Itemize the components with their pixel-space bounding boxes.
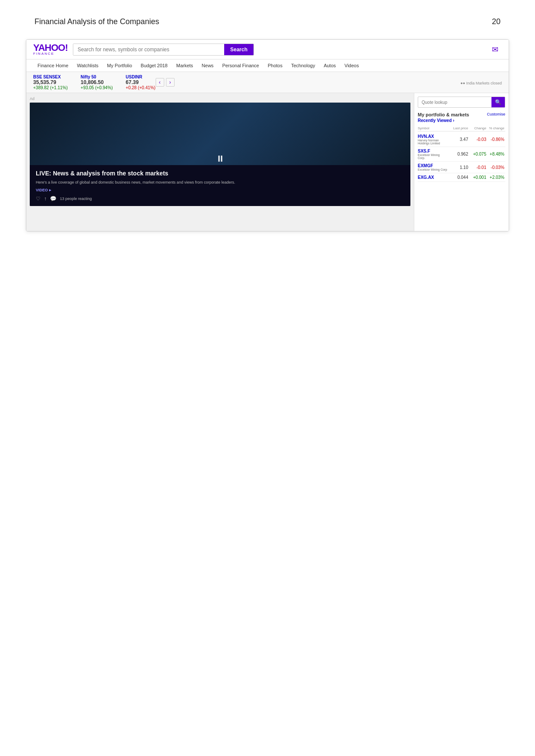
logo-sub: FINANCE [33,52,54,56]
stock-row-sxsf: SXS.F Excelsior Mining Corp. 0.962 +0.07… [418,147,505,162]
col-symbol: Symbol [418,126,448,130]
stock-price-exgax: 0.044 [449,175,468,180]
stock-symbol-cell-sxsf: SXS.F Excelsior Mining Corp. [418,149,448,159]
col-change: Change [469,126,486,130]
ticker-nifty50: Nifty 50 10,806.50 +93.05 (+0.94%) [81,75,113,90]
comment-icon[interactable]: 💬 [50,196,56,202]
nav-technology[interactable]: Technology [287,59,319,72]
stock-row-exmgf: EXMGF Excelsior Mining Corp 1.10 -0.01 -… [418,162,505,173]
col-last-price: Last price [449,126,468,130]
like-icon[interactable]: ♡ [36,196,41,202]
stock-symbol-hvnax[interactable]: HVN.AX [418,134,448,139]
ad-label: Ad [30,97,410,101]
yf-logo: YAHOO! FINANCE [33,43,68,56]
news-title: LIVE: News & analysis from the stock mar… [36,169,404,177]
quote-search-button[interactable]: 🔍 [491,97,505,107]
nav-markets[interactable]: Markets [172,59,197,72]
news-description: Here's a live coverage of global and dom… [36,180,404,185]
ticker-name-usd[interactable]: USDINR [126,75,156,79]
nav-news[interactable]: News [197,59,218,72]
nav-autos[interactable]: Autos [319,59,340,72]
ticker-prev-arrow[interactable]: ‹ [156,78,164,87]
share-icon[interactable]: ↑ [44,196,47,202]
ticker-change-nifty: +93.05 (+0.94%) [81,85,113,90]
india-markets-status: ●● India Markets closed [460,81,502,85]
logo-text: YAHOO! [33,43,68,53]
reactions-count: 13 people reacting [60,197,92,201]
stock-company-sxsf: Excelsior Mining Corp. [418,153,448,159]
nav-videos[interactable]: Videos [340,59,363,72]
play-bar-2 [221,156,222,162]
page-title: Financial Analysis of the Companies [34,17,159,26]
nav-my-portfolio[interactable]: My Portfolio [103,59,136,72]
stock-row-exgax: EXG.AX 0.044 +0.001 +2.03% [418,173,505,182]
ticker-nav: ‹ › [156,78,175,87]
stock-symbol-cell-hvnax: HVN.AX Harvey Norman Holdings Limited [418,134,448,145]
nav-finance-home[interactable]: Finance Home [33,59,73,72]
ticker-usdinr: USDINR 67.39 +0.28 (+0.41%) [126,75,156,90]
stock-symbol-sxsf[interactable]: SXS.F [418,149,448,153]
search-button[interactable]: Search [224,44,253,55]
browser-container: YAHOO! FINANCE Search ✉ Finance Home Wat… [26,39,509,231]
stock-row-hvnax: HVN.AX Harvey Norman Holdings Limited 3.… [418,132,505,147]
search-bar: Search [73,44,254,56]
stock-pct-sxsf: +8.48% [487,152,504,156]
stock-symbol-exmgf[interactable]: EXMGF [418,163,448,168]
ticker-value-usd: 67.39 [126,79,156,85]
ticker-section: BSE SENSEX 35,535.79 +389.82 (+1.11%) Ni… [33,75,156,90]
stock-price-sxsf: 0.962 [449,152,468,156]
ticker-change-bse: +389.82 (+1.11%) [33,85,68,90]
col-pct-change: % change [487,126,504,130]
stock-symbol-cell-exgax: EXG.AX [418,175,448,180]
nav-budget[interactable]: Budget 2018 [136,59,172,72]
stock-pct-exmgf: -0.03% [487,165,504,170]
news-actions: ♡ ↑ 💬 13 people reacting [36,196,404,202]
news-overlay: LIVE: News & analysis from the stock mar… [30,165,410,206]
video-play-bars [218,156,222,162]
play-bar-1 [218,156,219,162]
ticker-bar: BSE SENSEX 35,535.79 +389.82 (+1.11%) Ni… [26,72,509,93]
customise-link[interactable]: Customise [487,112,505,116]
page-number: 20 [492,17,501,26]
right-panel: 🔍 Customise My portfolio & markets Recen… [414,93,509,231]
stock-change-sxsf: +0.075 [469,152,486,156]
ticker-next-arrow[interactable]: › [166,78,175,87]
main-content: Ad LIVE: News & analysis from the stock … [26,93,509,231]
ticker-name-nifty[interactable]: Nifty 50 [81,75,113,79]
ticker-value-bse: 35,535.79 [33,79,68,85]
yf-header: YAHOO! FINANCE Search ✉ [26,40,509,59]
ticker-bse-sensex: BSE SENSEX 35,535.79 +389.82 (+1.11%) [33,75,68,90]
portfolio-header: Customise My portfolio & markets [418,112,505,118]
video-block[interactable]: LIVE: News & analysis from the stock mar… [30,103,410,206]
stock-table-header: Symbol Last price Change % change [418,125,505,131]
quote-lookup: 🔍 [418,97,505,108]
search-input[interactable] [73,44,224,55]
nav-photos[interactable]: Photos [263,59,287,72]
stock-pct-exgax: +2.03% [487,175,504,180]
nav-personal-finance[interactable]: Personal Finance [218,59,263,72]
stock-company-hvnax: Harvey Norman Holdings Limited [418,139,448,145]
stock-change-exgax: +0.001 [469,175,486,180]
recently-viewed-link[interactable]: Recently Viewed › [418,118,505,123]
stock-change-hvnax: -0.03 [469,137,486,142]
ticker-change-usd: +0.28 (+0.41%) [126,85,156,90]
stock-price-hvnax: 3.47 [449,137,468,142]
stock-symbol-exgax[interactable]: EXG.AX [418,175,448,180]
ticker-value-nifty: 10,806.50 [81,79,113,85]
stock-change-exmgf: -0.01 [469,165,486,170]
quote-input[interactable] [418,98,491,106]
mail-icon[interactable]: ✉ [488,44,502,55]
ticker-name-bse[interactable]: BSE SENSEX [33,75,68,79]
nav-bar: Finance Home Watchlists My Portfolio Bud… [26,59,509,72]
left-content: Ad LIVE: News & analysis from the stock … [26,93,414,231]
video-dark-area [30,103,410,165]
news-video-link[interactable]: VIDEO ▸ [36,188,404,192]
nav-watchlists[interactable]: Watchlists [73,59,103,72]
stock-symbol-cell-exmgf: EXMGF Excelsior Mining Corp [418,163,448,171]
stock-pct-hvnax: -0.86% [487,137,504,142]
stock-price-exmgf: 1.10 [449,165,468,170]
stock-company-exmgf: Excelsior Mining Corp [418,168,448,171]
